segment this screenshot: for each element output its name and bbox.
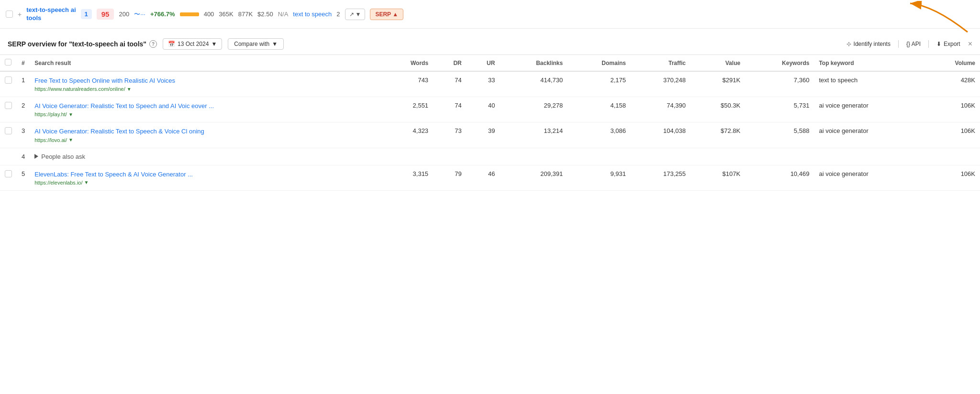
api-label: {} API: [906, 41, 921, 47]
row-checkbox-4[interactable]: [5, 170, 12, 177]
td-result-4: ElevenLabs: Free Text to Speech & AI Voi…: [30, 165, 382, 190]
export-label: Export: [944, 41, 960, 47]
trend-dropdown-arrow: ▼: [356, 11, 361, 18]
td-value-1: $50.3K: [690, 97, 745, 122]
people-also-ask-cell: People also ask: [30, 148, 980, 165]
stat-value: $2.50: [257, 11, 273, 18]
serp-overview-title: SERP overview for "text-to-speech ai too…: [8, 40, 157, 48]
stat-keyword-tag: text to speech: [293, 11, 332, 18]
td-ur-4: 46: [467, 165, 500, 190]
url-text-2: https://lovo.ai/: [34, 137, 67, 143]
url-expand-icon[interactable]: ▼: [68, 112, 73, 117]
td-traffic-1: 74,390: [631, 97, 690, 122]
td-top-keyword-2: ai voice generator: [814, 122, 924, 148]
header-checkbox[interactable]: [5, 59, 11, 66]
td-domains-1[interactable]: 4,158: [568, 97, 631, 122]
export-icon: ⬇: [936, 41, 941, 47]
td-volume-1: 106K: [924, 97, 980, 122]
result-url-0[interactable]: https://www.naturalreaders.com/online/ ▼: [34, 86, 377, 92]
identify-intents-btn[interactable]: ⊹ Identify intents: [846, 41, 891, 47]
th-value: Value: [690, 55, 745, 71]
people-also-ask-label[interactable]: People also ask: [34, 153, 975, 160]
th-keywords: Keywords: [745, 55, 814, 71]
serp-title-text: SERP overview for "text-to-speech ai too…: [8, 40, 146, 48]
td-keywords-4[interactable]: 10,469: [745, 165, 814, 190]
url-text-0: https://www.naturalreaders.com/online/: [34, 86, 125, 92]
header-divider-1: [898, 40, 899, 48]
td-traffic-4: 173,255: [631, 165, 690, 190]
table-row: 3 AI Voice Generator: Realistic Text to …: [0, 122, 980, 148]
td-domains-2[interactable]: 3,086: [568, 122, 631, 148]
td-volume-0: 428K: [924, 71, 980, 97]
stat-cpc: 400: [204, 11, 214, 18]
badge-position: 1: [81, 9, 92, 19]
url-text-4: https://elevenlabs.io/: [34, 180, 82, 186]
header-divider-2: [928, 40, 929, 48]
result-title-2[interactable]: AI Voice Generator: Realistic Text to Sp…: [34, 128, 204, 135]
td-backlinks-1[interactable]: 29,278: [500, 97, 568, 122]
td-ur-0: 33: [467, 71, 500, 97]
result-title-4[interactable]: ElevenLabs: Free Text to Speech & AI Voi…: [34, 171, 193, 178]
td-result-2: AI Voice Generator: Realistic Text to Sp…: [30, 122, 382, 148]
td-checkbox-2: [0, 122, 17, 148]
url-expand-icon[interactable]: ▼: [127, 87, 132, 92]
serp-header: SERP overview for "text-to-speech ai too…: [0, 33, 980, 55]
table-row: 1 Free Text to Speech Online with Realis…: [0, 71, 980, 97]
table-row: 4 People also ask: [0, 148, 980, 165]
compare-with-btn[interactable]: Compare with ▼: [228, 38, 284, 50]
stat-traffic2: 877K: [238, 11, 253, 18]
td-backlinks-0[interactable]: 414,730: [500, 71, 568, 97]
top-plus-btn[interactable]: +: [18, 11, 22, 18]
td-volume-2: 106K: [924, 122, 980, 148]
td-num-0: 1: [17, 71, 30, 97]
td-words-2: 4,323: [382, 122, 434, 148]
result-title-0[interactable]: Free Text to Speech Online with Realisti…: [34, 77, 175, 84]
td-top-keyword-4: ai voice generator: [814, 165, 924, 190]
url-expand-icon[interactable]: ▼: [68, 137, 73, 142]
td-num-1: 2: [17, 97, 30, 122]
date-picker-btn[interactable]: 📅 13 Oct 2024 ▼: [163, 38, 222, 50]
td-backlinks-2[interactable]: 13,214: [500, 122, 568, 148]
close-btn[interactable]: ×: [968, 40, 972, 48]
td-top-keyword-1: ai voice generator: [814, 97, 924, 122]
td-dr-4: 79: [433, 165, 467, 190]
td-result-1: AI Voice Generator: Realistic Text to Sp…: [30, 97, 382, 122]
api-btn[interactable]: {} API: [906, 41, 921, 47]
td-traffic-2: 104,038: [631, 122, 690, 148]
td-words-4: 3,315: [382, 165, 434, 190]
td-value-0: $291K: [690, 71, 745, 97]
export-btn[interactable]: ⬇ Export: [936, 41, 960, 47]
compare-label: Compare with: [234, 41, 269, 47]
row-checkbox-1[interactable]: [5, 102, 12, 109]
th-checkbox: [0, 55, 17, 71]
td-keywords-1[interactable]: 5,731: [745, 97, 814, 122]
row-checkbox-2[interactable]: [5, 127, 12, 134]
th-volume: Volume: [924, 55, 980, 71]
identify-label: Identify intents: [854, 41, 891, 47]
top-keyword-link[interactable]: text-to-speech ai tools: [26, 6, 76, 22]
url-expand-icon[interactable]: ▼: [84, 180, 89, 185]
serp-button[interactable]: SERP ▲: [370, 9, 403, 20]
help-icon[interactable]: ?: [149, 40, 157, 48]
trend-btn[interactable]: ↗ ▼: [345, 9, 366, 20]
td-keywords-2[interactable]: 5,588: [745, 122, 814, 148]
td-checkbox-3: [0, 148, 17, 165]
th-top-keyword: Top keyword: [814, 55, 924, 71]
td-num-3: 4: [17, 148, 30, 165]
result-title-1[interactable]: AI Voice Generator: Realistic Text to Sp…: [34, 102, 214, 109]
row-checkbox-0[interactable]: [5, 77, 12, 84]
th-search-result: Search result: [30, 55, 382, 71]
result-url-2[interactable]: https://lovo.ai/ ▼: [34, 137, 377, 143]
td-keywords-0[interactable]: 7,360: [745, 71, 814, 97]
url-text-1: https://play.ht/: [34, 111, 67, 117]
td-domains-0[interactable]: 2,175: [568, 71, 631, 97]
td-checkbox-4: [0, 165, 17, 190]
people-also-ask-text: People also ask: [41, 153, 85, 160]
td-domains-4[interactable]: 9,931: [568, 165, 631, 190]
result-url-4[interactable]: https://elevenlabs.io/ ▼: [34, 180, 377, 186]
result-url-1[interactable]: https://play.ht/ ▼: [34, 111, 377, 117]
td-checkbox-1: [0, 97, 17, 122]
td-dr-1: 74: [433, 97, 467, 122]
top-checkbox[interactable]: [6, 11, 13, 18]
td-backlinks-4[interactable]: 209,391: [500, 165, 568, 190]
